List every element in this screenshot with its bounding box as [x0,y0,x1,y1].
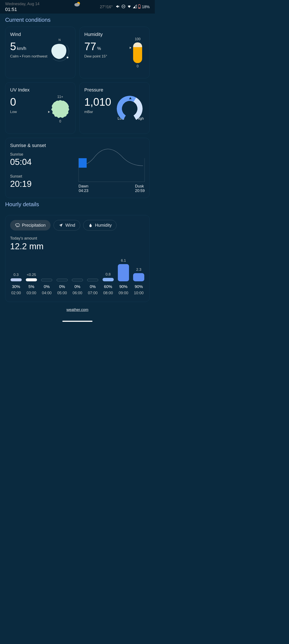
battery-pct: 18% [142,5,150,9]
chip-precipitation[interactable]: Precipitation [10,220,50,230]
precip-bar [41,279,52,281]
hour-col: 0%04:00 [39,258,54,295]
hour-col: <0.255%03:00 [24,258,38,295]
humidity-value: 77 [84,41,96,52]
hour-time: 03:00 [26,291,36,295]
hour-col: 0.860%08:00 [101,258,115,295]
svg-point-1 [74,3,80,6]
bar-value-label: 6.1 [121,258,126,263]
hourly-bars-chart[interactable]: 0.330%02:00<0.255%03:000%04:000%05:000%0… [8,258,146,295]
svg-rect-6 [138,8,140,8]
section-hourly-details: Hourly details [0,198,155,211]
chance-pct: 90% [119,284,127,289]
pressure-title: Pressure [84,87,145,93]
chance-pct: 0% [90,284,96,289]
hour-time: 04:00 [42,291,52,295]
hour-col: 6.190%09:00 [116,258,131,295]
wifi-icon [127,4,132,10]
pressure-gauge-icon: Low High [117,96,145,121]
battery-icon [138,4,141,10]
signal-icon [133,4,137,10]
hour-col: 0%07:00 [86,258,100,295]
sunrise-time: 05:04 [10,157,72,167]
precip-bar [56,279,68,281]
chance-pct: 0% [44,284,50,289]
precip-bar [87,279,98,281]
hour-time: 02:00 [11,291,21,295]
uv-title: UV Index [10,87,70,93]
weather-icon [74,1,81,8]
chance-pct: 30% [12,284,20,289]
wind-card[interactable]: Wind 5 km/h Calm • From northwest N [5,27,75,78]
cloud-rain-icon [15,223,20,228]
navigation-icon [58,223,63,228]
sunset-time: 20:19 [10,179,72,189]
hourly-amount: 12.2 mm [8,242,146,251]
humidity-gauge-icon: 100 0 [133,37,142,68]
hour-col: 2.390%10:00 [132,258,146,295]
sunrise-sunset-card[interactable]: Sunrise & sunset Sunrise 05:04 Sunset 20… [5,138,150,198]
hour-col: 0.330%02:00 [9,258,23,295]
chance-pct: 0% [74,284,80,289]
bar-value-label: <0.25 [27,273,36,277]
precip-bar [10,278,22,281]
dnd-icon [121,4,126,10]
dusk-label: Dusk [135,184,145,188]
section-current-conditions: Current conditions [0,14,155,27]
hour-col: 0%05:00 [55,258,69,295]
humidity-card[interactable]: Humidity 77 % Dew point 15° 100 0 [79,27,150,78]
humidity-unit: % [97,46,101,50]
pressure-value: 1,010 [84,97,111,108]
status-bar: Wednesday, Aug 14 01:51 27°/16° 18% [0,0,155,14]
sunset-label: Sunset [10,174,72,179]
wind-unit: km/h [17,46,26,50]
compass-icon: N [48,38,71,62]
uv-card[interactable]: UV Index 0 Low 11+ 0 [5,82,75,134]
hour-time: 06:00 [72,291,82,295]
hour-time: 10:00 [134,291,144,295]
hourly-card: Precipitation Wind Humidity Today's amou… [5,215,150,302]
precip-bar [103,278,114,281]
hour-time: 05:00 [57,291,67,295]
hourly-amount-label: Today's amount [8,236,146,241]
bar-value-label: 0.3 [13,273,19,277]
sunrise-label: Sunrise [10,152,72,157]
hour-time: 08:00 [103,291,113,295]
mute-icon [116,4,120,10]
chance-pct: 60% [104,284,112,289]
uv-gauge-icon: 11+ 0 [51,95,69,123]
precip-bar [118,264,129,281]
wind-title: Wind [10,32,70,37]
bar-value-label: 2.3 [136,268,141,272]
dawn-label: Dawn [78,184,88,188]
precip-bar [133,273,144,281]
precip-bar [72,279,83,281]
wind-value: 5 [10,41,16,52]
droplet-icon [88,223,93,228]
sun-title: Sunrise & sunset [10,143,72,148]
hour-time: 07:00 [88,291,98,295]
hour-time: 09:00 [118,291,128,295]
humidity-title: Humidity [84,32,145,37]
chance-pct: 5% [28,284,34,289]
dusk-time: 20:59 [135,188,145,193]
bar-value-label: 0.8 [106,272,111,276]
svg-rect-5 [139,4,140,5]
chip-wind[interactable]: Wind [53,220,80,230]
hour-col: 0%06:00 [70,258,84,295]
pressure-card[interactable]: Pressure 1,010 mBar Low High [79,82,150,134]
chip-humidity[interactable]: Humidity [83,220,117,230]
status-date: Wednesday, Aug 14 [5,2,39,6]
precip-bar [26,278,37,281]
dawn-time: 04:23 [78,188,88,193]
chance-pct: 0% [59,284,65,289]
status-time: 01:51 [5,7,39,12]
uv-value: 0 [10,97,16,108]
chance-pct: 90% [135,284,143,289]
attribution-link[interactable]: weather.com [0,308,155,312]
gesture-bar[interactable] [62,321,92,322]
status-temps: 27°/16° [100,5,113,9]
status-right: 27°/16° 18% [100,4,150,10]
